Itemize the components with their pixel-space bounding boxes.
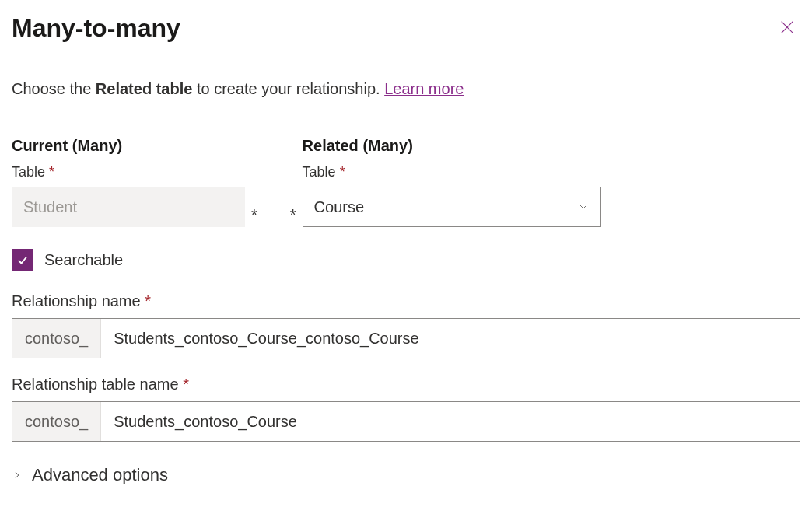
chevron-down-icon xyxy=(577,201,590,213)
related-heading: Related (Many) xyxy=(303,137,601,155)
checkmark-icon xyxy=(16,253,30,267)
relationship-table-name-field[interactable]: contoso_ xyxy=(12,401,800,442)
advanced-options-toggle[interactable]: Advanced options xyxy=(12,465,800,485)
intro-suffix: to create your relationship. xyxy=(192,80,384,97)
current-table-label: Table * xyxy=(12,164,245,180)
relationship-name-prefix: contoso_ xyxy=(12,319,101,358)
current-heading: Current (Many) xyxy=(12,137,245,155)
connector-left-star: * xyxy=(251,206,257,224)
relationship-table-name-input[interactable] xyxy=(101,402,800,441)
searchable-checkbox[interactable] xyxy=(12,249,33,271)
relationship-name-input[interactable] xyxy=(101,319,800,358)
intro-prefix: Choose the xyxy=(12,80,96,97)
learn-more-link[interactable]: Learn more xyxy=(384,80,464,97)
relationship-table-name-label: Relationship table name * xyxy=(12,376,800,393)
connector-right-star: * xyxy=(290,206,296,224)
current-table-field: Student xyxy=(12,187,245,227)
close-icon xyxy=(779,19,796,36)
related-table-value: Course xyxy=(314,198,364,216)
relationship-name-label: Relationship name * xyxy=(12,292,800,310)
relationship-connector: * * xyxy=(251,194,296,235)
intro-bold: Related table xyxy=(96,80,192,97)
chevron-right-icon xyxy=(12,470,23,481)
panel-title: Many-to-many xyxy=(12,14,180,43)
searchable-label: Searchable xyxy=(44,251,123,269)
related-table-label: Table * xyxy=(303,164,601,180)
relationship-table-name-prefix: contoso_ xyxy=(12,402,101,441)
related-table-select[interactable]: Course xyxy=(303,187,601,227)
relationship-name-field[interactable]: contoso_ xyxy=(12,318,800,358)
advanced-options-label: Advanced options xyxy=(32,465,168,485)
close-button[interactable] xyxy=(774,14,800,43)
intro-text: Choose the Related table to create your … xyxy=(12,80,800,98)
connector-line-icon xyxy=(262,215,285,215)
